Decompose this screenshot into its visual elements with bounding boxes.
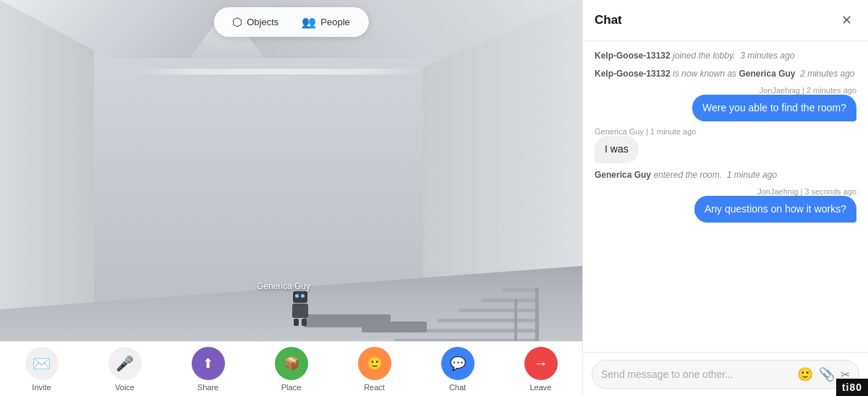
bubble-incoming-1: I was xyxy=(595,136,639,163)
scene-toolbar: ⬡ Objects 👥 People xyxy=(213,7,369,37)
bubble-outgoing-1: Were you able to find the room? xyxy=(692,95,856,122)
character-robot xyxy=(289,291,311,324)
bench-2 xyxy=(362,322,427,332)
voice-icon-wrap: 🎤 xyxy=(109,347,142,380)
system-message-2: Kelp-Goose-13132 is now known as Generic… xyxy=(595,68,856,80)
react-label: React xyxy=(364,383,385,392)
close-chat-button[interactable]: ✕ xyxy=(836,10,856,30)
share-label: Share xyxy=(197,383,218,392)
react-icon-wrap: 🙂 xyxy=(358,347,391,380)
people-button[interactable]: 👥 People xyxy=(292,12,359,33)
system-msg2-user: Kelp-Goose-13132 xyxy=(595,69,671,79)
message-outgoing-2: JonJaehnig | 3 seconds ago Any questions… xyxy=(595,187,856,223)
robot-body xyxy=(292,304,308,318)
robot-leg-left xyxy=(294,319,299,326)
voice-label: Voice xyxy=(115,383,135,392)
message-meta-outgoing-1: JonJaehnig | 2 minutes ago xyxy=(760,86,856,95)
system-message-1: Kelp-Goose-13132 joined the lobby. 3 min… xyxy=(595,50,856,62)
nav-item-share[interactable]: ⬆ Share xyxy=(187,347,230,392)
attachment-icon[interactable]: 📎 xyxy=(819,366,835,382)
bubble-outgoing-2: Any questions on how it works? xyxy=(694,196,856,223)
objects-button[interactable]: ⬡ Objects xyxy=(222,12,289,33)
microphone-icon: 🎤 xyxy=(116,355,134,372)
chat-icon-wrap: 💬 xyxy=(441,347,475,380)
leave-icon: → xyxy=(534,355,548,371)
system-msg1-user: Kelp-Goose-13132 xyxy=(595,51,671,61)
invite-label: Invite xyxy=(32,383,51,392)
system-msg3-user: Generica Guy xyxy=(595,170,651,180)
light-strip xyxy=(134,69,423,74)
robot-head xyxy=(293,291,307,303)
react-icon: 🙂 xyxy=(367,356,383,371)
invite-icon: ✉️ xyxy=(33,355,51,372)
people-label: People xyxy=(320,17,349,27)
message-incoming-1: Generica Guy | 1 minute ago I was xyxy=(595,127,856,163)
chat-label: Chat xyxy=(449,383,466,392)
nav-item-voice[interactable]: 🎤 Voice xyxy=(103,347,147,392)
nav-item-chat[interactable]: 💬 Chat xyxy=(436,347,480,392)
chat-header: Chat ✕ xyxy=(583,0,868,41)
place-icon: 📦 xyxy=(284,356,299,371)
objects-label: Objects xyxy=(247,17,278,27)
message-outgoing-1: JonJaehnig | 2 minutes ago Were you able… xyxy=(595,86,856,122)
robot-legs xyxy=(289,319,311,326)
chat-panel: Chat ✕ Kelp-Goose-13132 joined the lobby… xyxy=(582,0,868,396)
share-icon: ⬆ xyxy=(203,356,213,371)
nav-item-react[interactable]: 🙂 React xyxy=(353,347,396,392)
watermark: ti80 xyxy=(836,379,868,396)
emoji-icon[interactable]: 🙂 xyxy=(797,366,813,382)
watermark-text: ti80 xyxy=(842,382,862,393)
place-label: Place xyxy=(281,383,302,392)
message-meta-outgoing-2: JonJaehnig | 3 seconds ago xyxy=(757,187,856,196)
nav-item-place[interactable]: 📦 Place xyxy=(270,347,313,392)
chat-input-area: 🙂 📎 ✂ xyxy=(583,352,868,396)
wall-left xyxy=(0,0,94,336)
system-msg3-time: 1 minute ago xyxy=(727,170,777,180)
nav-item-invite[interactable]: ✉️ Invite xyxy=(20,347,64,392)
leave-icon-wrap: → xyxy=(524,347,558,380)
system-message-3: Generica Guy entered the room. 1 minute … xyxy=(595,169,856,181)
chat-title: Chat xyxy=(595,13,622,27)
leave-label: Leave xyxy=(530,383,552,392)
character-name-tag: Generica Guy xyxy=(257,281,310,291)
message-meta-incoming-1: Generica Guy | 1 minute ago xyxy=(595,127,696,136)
chat-messages: Kelp-Goose-13132 joined the lobby. 3 min… xyxy=(583,41,868,352)
robot-leg-right xyxy=(302,319,307,326)
share-icon-wrap: ⬆ xyxy=(192,347,225,380)
chat-input[interactable] xyxy=(601,369,791,380)
chat-nav-icon: 💬 xyxy=(450,356,466,371)
objects-icon: ⬡ xyxy=(232,15,242,29)
scene-area: Generica Guy ⬡ Objects 👥 People ✉️ Invit… xyxy=(0,0,582,396)
system-msg1-time: 3 minutes ago xyxy=(740,51,794,61)
chat-input-wrap: 🙂 📎 ✂ xyxy=(592,360,859,389)
system-msg2-newname: Generica Guy xyxy=(739,69,795,79)
place-icon-wrap: 📦 xyxy=(275,347,308,380)
invite-icon-wrap: ✉️ xyxy=(25,347,59,380)
bottom-navigation: ✉️ Invite 🎤 Voice ⬆ Share 📦 Place 🙂 xyxy=(0,341,582,396)
system-msg2-time: 2 minutes ago xyxy=(800,69,854,79)
people-icon: 👥 xyxy=(302,15,316,29)
nav-item-leave[interactable]: → Leave xyxy=(519,347,563,392)
